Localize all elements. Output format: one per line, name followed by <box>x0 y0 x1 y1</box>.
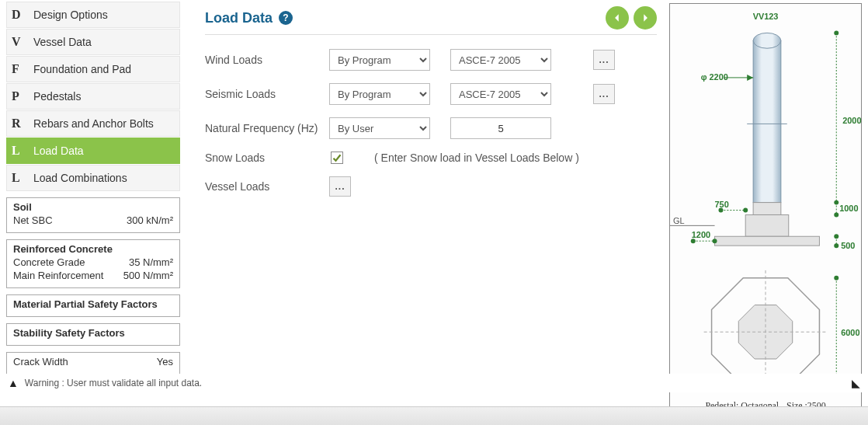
wind-code-select[interactable]: ASCE-7 2005 <box>450 49 551 71</box>
snow-checkbox[interactable] <box>331 152 343 164</box>
crack-label: Crack Width <box>13 356 68 369</box>
nav-load-data[interactable]: L Load Data <box>6 138 180 164</box>
vessel-loads-label: Vessel Loads <box>205 180 329 193</box>
nav-label: Load Combinations <box>33 172 127 184</box>
nav-letter: D <box>12 8 33 22</box>
freq-mode-select[interactable]: By User <box>329 117 430 139</box>
snow-label: Snow Loads <box>205 152 329 164</box>
nav-label: Load Data <box>33 145 84 157</box>
svg-point-7 <box>834 30 838 35</box>
svg-rect-3 <box>753 203 781 215</box>
dim-dia: φ 2200 <box>701 72 728 82</box>
dim-plan: 6000 <box>841 328 859 337</box>
svg-point-12 <box>834 234 838 239</box>
nav-rebars-bolts[interactable]: R Rebars and Anchor Bolts <box>6 110 180 137</box>
main-panel: Load Data ? Wind Loads By Program ASCE-7… <box>186 0 669 425</box>
svg-point-13 <box>834 243 838 248</box>
wind-label: Wind Loads <box>205 54 329 66</box>
soil-value: 300 kN/m² <box>127 214 173 228</box>
svg-rect-5 <box>715 236 820 246</box>
card-title: Stability Safety Factors <box>13 327 173 339</box>
seismic-label: Seismic Loads <box>205 88 329 100</box>
nav-label: Pedestals <box>33 90 81 103</box>
reinf-label: Main Reinforcement <box>13 270 103 283</box>
card-concrete: Reinforced Concrete Concrete Grade 35 N/… <box>6 239 180 288</box>
dim-base: 1000 <box>839 204 858 214</box>
svg-point-22 <box>713 239 717 243</box>
freq-value-input[interactable] <box>450 117 551 139</box>
sidebar: D Design Options V Vessel Data F Foundat… <box>0 0 186 425</box>
wind-mode-select[interactable]: By Program <box>329 49 430 71</box>
footer: ▲ Warning : User must validate all input… <box>0 374 868 392</box>
dim-750: 750 <box>715 200 729 209</box>
status-bar <box>0 406 868 425</box>
resize-handle-icon[interactable]: ◣ <box>852 377 860 389</box>
card-ssf: Stability Safety Factors <box>6 323 180 346</box>
title-text: Load Data <box>205 10 273 26</box>
card-crack: Crack Width Yes <box>6 352 180 374</box>
nav-label: Rebars and Anchor Bolts <box>33 117 154 130</box>
dim-thk: 500 <box>841 241 855 250</box>
nav-letter: R <box>12 117 33 131</box>
vessel-loads-button[interactable]: ... <box>329 176 351 197</box>
card-mpsf: Material Partial Safety Factors <box>6 294 180 317</box>
svg-marker-15 <box>747 75 753 81</box>
snow-note: ( Enter Snow load in Vessel Loads Below … <box>374 152 579 164</box>
nav-vessel-data[interactable]: V Vessel Data <box>6 29 180 55</box>
card-title: Soil <box>13 201 173 213</box>
nav-letter: L <box>12 144 33 158</box>
nav-load-combinations[interactable]: L Load Combinations <box>6 165 180 191</box>
warning-text: Warning : User must validate all input d… <box>25 378 202 388</box>
crack-value: Yes <box>157 356 173 369</box>
next-button[interactable] <box>634 6 657 30</box>
svg-rect-0 <box>753 40 781 202</box>
svg-rect-4 <box>745 214 789 236</box>
nav-pedestals[interactable]: P Pedestals <box>6 83 180 110</box>
card-soil: Soil Net SBC 300 kN/m² <box>6 197 180 233</box>
vessel-diagram: VV123 20000 <box>669 3 862 422</box>
svg-point-1 <box>753 33 781 48</box>
dim-1200: 1200 <box>692 230 710 239</box>
page-title: Load Data ? <box>205 10 293 26</box>
seismic-details-button[interactable]: ... <box>593 84 615 104</box>
grade-label: Concrete Grade <box>13 256 85 270</box>
vessel-name: VV123 <box>753 12 779 21</box>
warning-message: ▲ Warning : User must validate all input… <box>8 377 202 389</box>
seismic-code-select[interactable]: ASCE-7 2005 <box>450 83 551 105</box>
prev-button[interactable] <box>606 6 629 30</box>
gl-label: GL <box>673 216 685 225</box>
card-title: Material Partial Safety Factors <box>13 298 173 310</box>
nav-letter: F <box>12 62 33 76</box>
card-title: Reinforced Concrete <box>13 243 173 255</box>
nav-label: Foundation and Pad <box>33 63 131 75</box>
nav-design-options[interactable]: D Design Options <box>6 2 180 28</box>
diagram-svg: VV123 20000 <box>670 4 861 421</box>
nav-label: Vessel Data <box>33 36 92 48</box>
nav-label: Design Options <box>33 9 108 21</box>
warning-icon: ▲ <box>8 377 19 389</box>
nav-foundation-pad[interactable]: F Foundation and Pad <box>6 56 180 82</box>
svg-point-28 <box>834 276 838 280</box>
grade-value: 35 N/mm² <box>129 256 173 270</box>
dim-height: 20000 <box>842 116 861 125</box>
nav-letter: L <box>12 171 33 185</box>
freq-label: Natural Frequency (Hz) <box>205 122 329 134</box>
svg-point-18 <box>743 208 748 213</box>
nav-letter: V <box>12 35 33 49</box>
soil-label: Net SBC <box>13 214 53 228</box>
wind-details-button[interactable]: ... <box>593 50 615 70</box>
seismic-mode-select[interactable]: By Program <box>329 83 430 105</box>
help-icon[interactable]: ? <box>279 11 293 25</box>
svg-point-10 <box>834 213 838 218</box>
reinf-value: 500 N/mm² <box>123 270 173 283</box>
nav-letter: P <box>12 89 33 103</box>
